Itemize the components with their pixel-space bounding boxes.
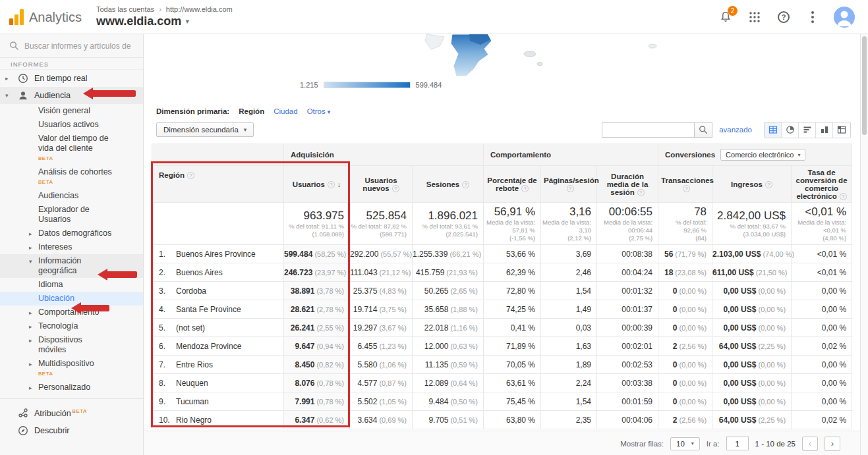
region-cell[interactable]: 4.Santa Fe Province xyxy=(152,300,284,319)
breadcrumb-account[interactable]: Todas las cuentas xyxy=(96,5,154,13)
next-page-button[interactable]: › xyxy=(825,437,840,451)
region-name[interactable]: Neuquen xyxy=(176,379,208,388)
sidebar-item-dispositivos-moviles[interactable]: ▸ Dispositivos móviles xyxy=(0,333,143,357)
sidebar-item-descubrir[interactable]: Descubrir xyxy=(0,422,143,439)
view-comparison-button[interactable] xyxy=(816,122,833,138)
column-header-duracion[interactable]: Duración media de la sesión? xyxy=(597,166,658,203)
conversion-type-select[interactable]: Comercio electrónico ▾ xyxy=(720,149,805,161)
geo-map[interactable] xyxy=(144,34,860,76)
expand-icon[interactable]: ▸ xyxy=(29,229,32,239)
sidebar-item-audiencias[interactable]: Audiencias xyxy=(0,189,143,203)
help-icon[interactable]: ? xyxy=(567,185,574,192)
region-name[interactable]: (not set) xyxy=(176,323,205,333)
column-header-tasa-conversion[interactable]: Tasa de conversión de comercio electróni… xyxy=(792,166,852,203)
region-name[interactable]: Rio Negro xyxy=(176,415,212,425)
dimension-option-otros[interactable]: Otros▾ xyxy=(307,107,331,115)
sidebar-item-vision-general[interactable]: Visión general xyxy=(0,104,143,118)
search-input[interactable] xyxy=(24,41,134,51)
sidebar-item-explorador-usuarios[interactable]: Explorador de Usuarios xyxy=(0,203,143,227)
region-cell[interactable]: 3.Cordoba xyxy=(152,282,284,300)
view-percentage-button[interactable] xyxy=(782,122,799,138)
sidebar-item-en-tiempo-real[interactable]: ▸ En tiempo real xyxy=(0,70,143,87)
sidebar-item-atribucion[interactable]: AtribuciónBETA xyxy=(0,403,143,422)
secondary-dimension-button[interactable]: Dimensión secundaria ▾ xyxy=(156,122,254,137)
region-name[interactable]: Buenos Aires Province xyxy=(176,250,256,259)
expand-icon[interactable]: ▸ xyxy=(29,360,32,369)
table-search-input[interactable] xyxy=(602,122,694,138)
region-cell[interactable]: 10.Rio Negro xyxy=(152,411,284,429)
region-cell[interactable]: 7.Entre Rios xyxy=(152,356,284,374)
column-header-transacciones[interactable]: Transacciones? xyxy=(658,166,712,203)
dimension-option-region[interactable]: Región xyxy=(239,107,264,115)
column-header-region[interactable]: Región? xyxy=(152,166,284,203)
region-name[interactable]: Tucuman xyxy=(176,397,209,406)
notifications-button[interactable]: 2 xyxy=(718,9,734,25)
region-name[interactable]: Mendoza Province xyxy=(176,342,241,351)
more-options-button[interactable] xyxy=(805,9,821,25)
breadcrumb[interactable]: Todas las cuentas › http://www.eldia.com xyxy=(96,5,233,13)
region-cell[interactable]: 9.Tucuman xyxy=(152,392,284,411)
sidebar-item-intereses[interactable]: ▸ Intereses xyxy=(0,240,143,254)
help-icon[interactable]: ? xyxy=(683,185,690,192)
column-header-sesiones[interactable]: Sesiones? xyxy=(413,166,484,203)
view-performance-button[interactable] xyxy=(799,122,816,138)
sidebar-search[interactable] xyxy=(0,34,143,58)
region-cell[interactable]: 1.Buenos Aires Province xyxy=(152,245,284,263)
region-name[interactable]: Entre Rios xyxy=(176,360,213,369)
view-pivot-button[interactable] xyxy=(833,122,850,138)
region-cell[interactable]: 8.Neuquen xyxy=(152,374,284,392)
table-search-button[interactable] xyxy=(694,122,712,138)
help-icon[interactable]: ? xyxy=(840,193,847,200)
column-header-paginas-sesion[interactable]: Páginas/sesión? xyxy=(541,166,597,203)
expand-icon[interactable]: ▾ xyxy=(29,257,32,267)
sidebar-item-usuarios-activos[interactable]: Usuarios activos xyxy=(0,118,143,132)
sidebar-item-analisis-cohortes[interactable]: Análisis de cohortes BETA xyxy=(0,165,143,189)
region-cell[interactable]: 5.(not set) xyxy=(152,319,284,337)
vertical-scrollbar[interactable] xyxy=(860,34,868,455)
advanced-filter-link[interactable]: avanzado xyxy=(719,126,752,134)
view-table-button[interactable] xyxy=(765,122,782,138)
column-header-usuarios-nuevos[interactable]: Usuarios nuevos? xyxy=(350,166,413,203)
sidebar-item-informacion-geografica[interactable]: ▾ Información geográfica xyxy=(0,254,143,278)
scrollbar-thumb[interactable] xyxy=(862,36,867,135)
column-header-rebote[interactable]: Porcentaje de rebote? xyxy=(484,166,541,203)
expand-icon[interactable]: ▸ xyxy=(29,322,32,332)
region-name[interactable]: Buenos Aires xyxy=(176,268,223,277)
chevron-right-icon[interactable]: ▸ xyxy=(5,74,12,84)
chevron-down-icon[interactable]: ▾ xyxy=(5,91,12,101)
rows-per-page-select[interactable]: 10 ▾ xyxy=(670,437,700,450)
help-icon[interactable]: ? xyxy=(392,185,399,192)
expand-icon[interactable]: ▸ xyxy=(29,308,32,318)
help-icon[interactable]: ? xyxy=(637,189,645,196)
sidebar-item-datos-demograficos[interactable]: ▸ Datos demográficos xyxy=(0,227,143,240)
region-name[interactable]: Santa Fe Province xyxy=(176,305,241,314)
apps-grid-button[interactable] xyxy=(747,9,763,25)
property-selector[interactable]: www.eldia.com ▾ xyxy=(96,14,233,28)
sidebar-item-multidispositivo[interactable]: ▸ Multidispositivo BETA xyxy=(0,357,143,381)
dimension-option-ciudad[interactable]: Ciudad xyxy=(274,107,297,115)
help-icon[interactable]: ? xyxy=(462,181,469,188)
region-name[interactable]: Cordoba xyxy=(176,286,206,296)
sidebar-item-personalizado[interactable]: ▸ Personalizado xyxy=(0,381,143,394)
sidebar-item-valor-tiempo-vida-cliente[interactable]: Valor del tiempo de vida del cliente BET… xyxy=(0,132,143,165)
region-cell[interactable]: 2.Buenos Aires xyxy=(152,263,284,282)
expand-icon[interactable]: ▸ xyxy=(29,336,32,346)
sidebar-item-audiencia[interactable]: ▾ Audiencia xyxy=(0,87,143,104)
help-icon[interactable]: ? xyxy=(328,181,335,188)
analytics-logo[interactable]: Analytics xyxy=(0,9,84,25)
expand-icon[interactable]: ▸ xyxy=(29,383,32,393)
sidebar-item-ubicacion[interactable]: Ubicación xyxy=(0,292,143,306)
sidebar-item-tecnologia[interactable]: ▸ Tecnología xyxy=(0,319,143,333)
sidebar-item-comportamiento[interactable]: ▸ Comportamiento xyxy=(0,306,143,319)
prev-page-button[interactable]: ‹ xyxy=(802,437,818,451)
help-icon[interactable]: ? xyxy=(765,181,772,188)
help-icon[interactable]: ? xyxy=(187,172,194,179)
expand-icon[interactable]: ▸ xyxy=(29,243,32,253)
chevron-down-icon[interactable]: ▾ xyxy=(185,17,189,26)
goto-page-input[interactable] xyxy=(726,437,749,450)
column-header-ingresos[interactable]: Ingresos? xyxy=(712,166,792,203)
region-cell[interactable]: 6.Mendoza Province xyxy=(152,337,284,356)
help-icon[interactable]: ? xyxy=(521,185,529,192)
help-button[interactable]: ? xyxy=(776,9,792,25)
user-avatar[interactable] xyxy=(834,7,855,28)
